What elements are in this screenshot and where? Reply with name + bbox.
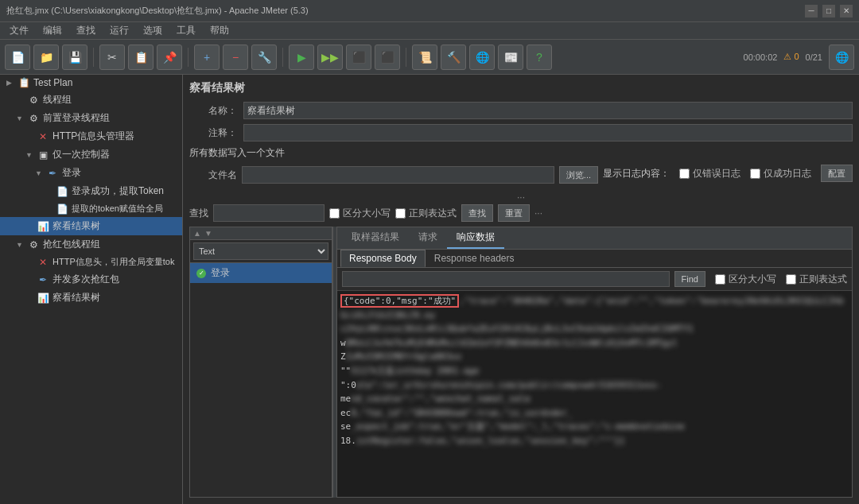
sidebar-item-http-header[interactable]: ▶ ✕ HTTP信息头管理器 bbox=[0, 127, 182, 145]
clear-btn[interactable]: 🔧 bbox=[251, 45, 277, 70]
sidebar-item-thread-group-hidden[interactable]: ▶ ⚙ 线程组 bbox=[0, 91, 182, 109]
sidebar-item-test-plan[interactable]: ▶ 📋 Test Plan bbox=[0, 75, 182, 91]
regex-checkbox[interactable] bbox=[395, 208, 406, 219]
results-icon: 📊 bbox=[37, 221, 49, 232]
result-find-btn[interactable]: Find bbox=[674, 271, 705, 287]
remote-btn[interactable]: 🌐 bbox=[829, 45, 854, 70]
response-line-10: 18.istRegister:false,"union_loalse,"sess… bbox=[340, 434, 849, 448]
menu-item-编辑[interactable]: 编辑 bbox=[37, 22, 68, 39]
timer-label: 00:00:02 bbox=[744, 52, 778, 62]
browse-btn[interactable]: 🌐 bbox=[469, 45, 495, 70]
help-btn[interactable]: ? bbox=[527, 45, 552, 70]
delete-btn[interactable]: − bbox=[223, 45, 248, 70]
comment-input[interactable] bbox=[243, 124, 853, 142]
tab-sampler-result[interactable]: 取样器结果 bbox=[342, 227, 409, 249]
minimize-btn[interactable]: ─ bbox=[805, 5, 818, 17]
sidebar-item-grab-hongbao[interactable]: ▶ ✒ 并发多次抢红包 bbox=[0, 270, 182, 289]
find-btn[interactable]: 查找 bbox=[461, 204, 493, 222]
menu-item-查找[interactable]: 查找 bbox=[70, 22, 102, 39]
menu-bar: 文件编辑查找运行选项工具帮助 bbox=[0, 22, 859, 40]
highlight-box: {"code":0,"msg":"成功" bbox=[340, 294, 459, 308]
arrow-icon: ▼ bbox=[35, 169, 43, 177]
start-no-pause-btn[interactable]: ▶▶ bbox=[317, 45, 343, 70]
log-btn[interactable]: 📰 bbox=[498, 45, 523, 70]
more-dots[interactable]: ··· bbox=[534, 207, 542, 219]
shutdown-btn[interactable]: ⬛ bbox=[375, 45, 400, 70]
menu-item-运行[interactable]: 运行 bbox=[103, 22, 135, 39]
title-bar: 抢红包.jmx (C:\Users\xiakongkong\Desktop\抢红… bbox=[0, 0, 859, 22]
paste-btn[interactable]: 📌 bbox=[157, 45, 182, 70]
browse-file-btn[interactable]: 浏览... bbox=[559, 166, 598, 184]
down-arrow-icon[interactable]: ▼ bbox=[204, 229, 212, 238]
sub-tab-response-headers[interactable]: Response headers bbox=[426, 250, 523, 267]
open-btn[interactable]: 📁 bbox=[33, 45, 59, 70]
case-check: 区分大小写 bbox=[329, 207, 391, 220]
search-input[interactable] bbox=[213, 204, 325, 222]
result-search-row: Find 区分大小写 正则表达式 bbox=[337, 268, 852, 291]
name-row: 名称： bbox=[189, 102, 853, 119]
sidebar-item-label: 前置登录线程组 bbox=[43, 111, 110, 125]
only-err-checkbox[interactable] bbox=[679, 169, 690, 179]
separator4 bbox=[406, 48, 406, 67]
result-regex-checkbox[interactable] bbox=[786, 274, 796, 285]
sidebar-item-extract-token[interactable]: ▶ 📄 提取的token赋值给全局 bbox=[0, 200, 182, 217]
sidebar-item-login-thread[interactable]: ▼ ⚙ 前置登录线程组 bbox=[0, 109, 182, 127]
tab-request[interactable]: 请求 bbox=[409, 227, 447, 249]
sidebar-item-view-results-tree[interactable]: ▶ 📊 察看结果树 bbox=[0, 217, 182, 235]
test-plan-icon: 📋 bbox=[17, 77, 30, 88]
sampler-item-label: 登录 bbox=[211, 266, 230, 280]
sidebar-item-http-header2[interactable]: ▶ ✕ HTTP信息头，引用全局变量tok bbox=[0, 254, 182, 270]
sampler-item[interactable]: 登录 bbox=[190, 263, 332, 283]
response-line-7: mend_vavatar":"","weechat_namal_sala bbox=[340, 392, 849, 406]
maximize-btn[interactable]: □ bbox=[822, 5, 835, 17]
result-regex-check: 正则表达式 bbox=[786, 273, 847, 286]
only-success-checkbox[interactable] bbox=[750, 169, 760, 179]
name-input[interactable] bbox=[243, 102, 853, 119]
arrow-icon: ▼ bbox=[25, 151, 33, 159]
arrow-icon: ▼ bbox=[16, 114, 24, 122]
cut-btn[interactable]: ✂ bbox=[99, 45, 125, 70]
start-btn[interactable]: ▶ bbox=[289, 45, 314, 70]
result-search-input[interactable] bbox=[342, 271, 670, 287]
response-line-8: ec0,"fas_id":"SR43800owd":true,"is_uordn… bbox=[340, 406, 849, 421]
sidebar-item-label: 登录成功，提取Token bbox=[72, 184, 164, 198]
sidebar-item-login-sampler[interactable]: ▼ ✒ 登录 bbox=[0, 164, 182, 182]
result-case-checkbox[interactable] bbox=[715, 274, 725, 285]
menu-item-帮助[interactable]: 帮助 bbox=[204, 22, 235, 39]
response-line-5: ""5117k王磊inthday 2001-age bbox=[340, 364, 849, 378]
menu-item-选项[interactable]: 选项 bbox=[137, 22, 169, 39]
script-btn[interactable]: 📜 bbox=[412, 45, 437, 70]
regex-label: 正则表达式 bbox=[409, 207, 457, 220]
result-panel: 取样器结果 请求 响应数据 Response Body Response hea… bbox=[337, 227, 853, 498]
menu-item-文件[interactable]: 文件 bbox=[3, 22, 35, 39]
gear2-icon: ⚙ bbox=[27, 239, 40, 250]
sampler-list-panel: ▲ ▼ Text JSON HTML XML Regexp Tester bbox=[189, 227, 332, 498]
sidebar-item-view-results-tree2[interactable]: ▶ 📊 察看结果树 bbox=[0, 289, 182, 307]
new-btn[interactable]: 📄 bbox=[5, 45, 30, 70]
sidebar-item-label: 抢红包线程组 bbox=[43, 238, 100, 251]
more-dots-top[interactable]: ··· bbox=[189, 192, 853, 203]
sidebar-item-hongbao-thread[interactable]: ▼ ⚙ 抢红包线程组 bbox=[0, 235, 182, 254]
copy-btn[interactable]: 📋 bbox=[128, 45, 154, 70]
stop-btn[interactable]: ⬛ bbox=[346, 45, 371, 70]
sidebar-item-once-controller[interactable]: ▼ ▣ 仅一次控制器 bbox=[0, 145, 182, 164]
sidebar-item-login-success[interactable]: ▶ 📄 登录成功，提取Token bbox=[0, 182, 182, 200]
up-arrow-icon[interactable]: ▲ bbox=[193, 229, 201, 238]
config-btn[interactable]: 配置 bbox=[821, 165, 853, 182]
menu-item-工具[interactable]: 工具 bbox=[170, 22, 202, 39]
add-btn[interactable]: + bbox=[194, 45, 220, 70]
close-btn[interactable]: ✕ bbox=[840, 5, 853, 17]
sub-tab-response-body[interactable]: Response Body bbox=[340, 250, 426, 267]
comment-row: 注释： bbox=[189, 124, 853, 142]
file-input[interactable] bbox=[242, 166, 554, 184]
http2-icon: ✕ bbox=[37, 257, 49, 268]
result-tabs: 取样器结果 请求 响应数据 bbox=[337, 227, 852, 250]
case-checkbox[interactable] bbox=[329, 208, 340, 219]
save-btn[interactable]: 💾 bbox=[62, 45, 87, 70]
sampler-dropdown[interactable]: Text JSON HTML XML Regexp Tester bbox=[193, 242, 328, 260]
extractor-icon: 📄 bbox=[56, 186, 68, 197]
tab-response-data[interactable]: 响应数据 bbox=[447, 227, 504, 249]
template-btn[interactable]: 🔨 bbox=[441, 45, 466, 70]
reset-btn[interactable]: 重置 bbox=[498, 204, 530, 222]
results2-icon: 📊 bbox=[37, 293, 49, 304]
